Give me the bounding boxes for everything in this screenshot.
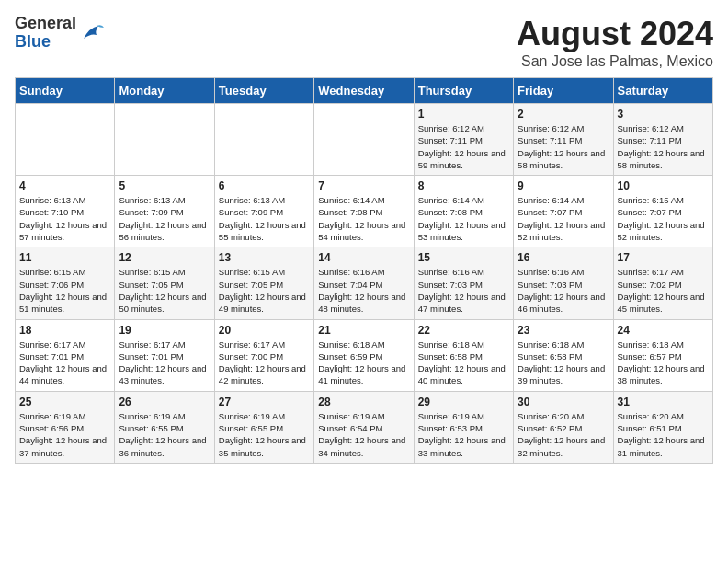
day-number: 28 [318,396,409,408]
logo-text: General Blue [15,15,76,52]
day-number: 3 [618,108,709,121]
calendar-cell: 10Sunrise: 6:15 AM Sunset: 7:07 PM Dayli… [613,176,712,247]
calendar-cell: 14Sunrise: 6:16 AM Sunset: 7:04 PM Dayli… [314,247,414,319]
calendar-cell: 22Sunrise: 6:18 AM Sunset: 6:58 PM Dayli… [414,319,513,391]
day-number: 13 [219,251,310,264]
header-row: SundayMondayTuesdayWednesdayThursdayFrid… [16,78,713,104]
cell-content: Sunrise: 6:12 AM Sunset: 7:11 PM Dayligh… [418,122,509,171]
cell-content: Sunrise: 6:12 AM Sunset: 7:11 PM Dayligh… [518,122,609,171]
cell-content: Sunrise: 6:14 AM Sunset: 7:08 PM Dayligh… [418,194,509,243]
calendar-cell: 5Sunrise: 6:13 AM Sunset: 7:09 PM Daylig… [115,176,214,247]
cell-content: Sunrise: 6:16 AM Sunset: 7:03 PM Dayligh… [418,266,509,315]
calendar-cell [16,104,115,176]
calendar-cell: 2Sunrise: 6:12 AM Sunset: 7:11 PM Daylig… [514,104,613,176]
calendar-cell: 12Sunrise: 6:15 AM Sunset: 7:05 PM Dayli… [115,247,214,319]
calendar-cell: 23Sunrise: 6:18 AM Sunset: 6:58 PM Dayli… [514,319,613,391]
cell-content: Sunrise: 6:13 AM Sunset: 7:10 PM Dayligh… [19,194,110,243]
cell-content: Sunrise: 6:19 AM Sunset: 6:54 PM Dayligh… [318,410,409,459]
cell-content: Sunrise: 6:17 AM Sunset: 7:00 PM Dayligh… [219,339,310,387]
header-day: Tuesday [214,78,313,104]
calendar-cell: 31Sunrise: 6:20 AM Sunset: 6:51 PM Dayli… [613,391,712,463]
day-number: 12 [119,251,210,264]
day-number: 20 [219,324,310,337]
calendar-cell [115,104,214,176]
day-number: 10 [618,179,709,192]
day-number: 27 [219,396,310,408]
calendar-cell: 8Sunrise: 6:14 AM Sunset: 7:08 PM Daylig… [414,176,513,247]
calendar-cell: 15Sunrise: 6:16 AM Sunset: 7:03 PM Dayli… [414,247,513,319]
calendar-cell: 3Sunrise: 6:12 AM Sunset: 7:11 PM Daylig… [613,104,712,176]
day-number: 9 [518,179,609,192]
day-number: 14 [318,251,409,264]
calendar-cell: 18Sunrise: 6:17 AM Sunset: 7:01 PM Dayli… [16,319,115,391]
cell-content: Sunrise: 6:20 AM Sunset: 6:51 PM Dayligh… [618,410,709,459]
day-number: 18 [19,324,110,337]
day-number: 6 [219,179,310,192]
cell-content: Sunrise: 6:19 AM Sunset: 6:55 PM Dayligh… [219,410,310,459]
day-number: 29 [418,396,509,408]
calendar-body: 1Sunrise: 6:12 AM Sunset: 7:11 PM Daylig… [16,104,713,464]
title-block: August 2024 San Jose las Palmas, Mexico [517,15,713,70]
cell-content: Sunrise: 6:18 AM Sunset: 6:58 PM Dayligh… [518,339,609,387]
header-day: Monday [115,78,214,104]
cell-content: Sunrise: 6:17 AM Sunset: 7:01 PM Dayligh… [19,339,110,387]
logo-blue: Blue [15,33,76,52]
calendar-cell: 9Sunrise: 6:14 AM Sunset: 7:07 PM Daylig… [514,176,613,247]
calendar-header: SundayMondayTuesdayWednesdayThursdayFrid… [16,78,713,104]
logo-general: General [15,15,76,33]
calendar-week-row: 1Sunrise: 6:12 AM Sunset: 7:11 PM Daylig… [16,104,713,176]
day-number: 2 [518,108,609,121]
day-number: 1 [418,108,509,121]
calendar-cell: 6Sunrise: 6:13 AM Sunset: 7:09 PM Daylig… [214,176,313,247]
calendar-cell: 27Sunrise: 6:19 AM Sunset: 6:55 PM Dayli… [214,391,313,463]
cell-content: Sunrise: 6:15 AM Sunset: 7:05 PM Dayligh… [119,266,210,315]
calendar-cell: 16Sunrise: 6:16 AM Sunset: 7:03 PM Dayli… [514,247,613,319]
cell-content: Sunrise: 6:18 AM Sunset: 6:57 PM Dayligh… [618,339,709,387]
cell-content: Sunrise: 6:13 AM Sunset: 7:09 PM Dayligh… [119,194,210,243]
logo: General Blue [15,15,106,52]
cell-content: Sunrise: 6:16 AM Sunset: 7:04 PM Dayligh… [318,266,409,315]
day-number: 26 [119,396,210,408]
calendar-cell: 7Sunrise: 6:14 AM Sunset: 7:08 PM Daylig… [314,176,414,247]
cell-content: Sunrise: 6:17 AM Sunset: 7:01 PM Dayligh… [119,339,210,387]
calendar-cell: 25Sunrise: 6:19 AM Sunset: 6:56 PM Dayli… [16,391,115,463]
calendar-cell: 21Sunrise: 6:18 AM Sunset: 6:59 PM Dayli… [314,319,414,391]
cell-content: Sunrise: 6:18 AM Sunset: 6:59 PM Dayligh… [318,339,409,387]
page-header: General Blue August 2024 San Jose las Pa… [15,15,713,70]
cell-content: Sunrise: 6:15 AM Sunset: 7:05 PM Dayligh… [219,266,310,315]
cell-content: Sunrise: 6:20 AM Sunset: 6:52 PM Dayligh… [518,410,609,459]
cell-content: Sunrise: 6:17 AM Sunset: 7:02 PM Dayligh… [618,266,709,315]
calendar-week-row: 11Sunrise: 6:15 AM Sunset: 7:06 PM Dayli… [16,247,713,319]
day-number: 31 [618,396,709,408]
calendar-cell: 17Sunrise: 6:17 AM Sunset: 7:02 PM Dayli… [613,247,712,319]
calendar-cell: 1Sunrise: 6:12 AM Sunset: 7:11 PM Daylig… [414,104,513,176]
cell-content: Sunrise: 6:14 AM Sunset: 7:07 PM Dayligh… [518,194,609,243]
logo-bird-icon [80,20,106,46]
calendar-cell: 19Sunrise: 6:17 AM Sunset: 7:01 PM Dayli… [115,319,214,391]
day-number: 16 [518,251,609,264]
day-number: 23 [518,324,609,337]
main-title: August 2024 [517,15,713,53]
day-number: 25 [19,396,110,408]
header-day: Thursday [414,78,513,104]
cell-content: Sunrise: 6:15 AM Sunset: 7:07 PM Dayligh… [618,194,709,243]
cell-content: Sunrise: 6:13 AM Sunset: 7:09 PM Dayligh… [219,194,310,243]
header-day: Friday [514,78,613,104]
day-number: 5 [119,179,210,192]
header-day: Sunday [16,78,115,104]
day-number: 17 [618,251,709,264]
cell-content: Sunrise: 6:19 AM Sunset: 6:56 PM Dayligh… [19,410,110,459]
cell-content: Sunrise: 6:18 AM Sunset: 6:58 PM Dayligh… [418,339,509,387]
day-number: 7 [318,179,409,192]
header-day: Wednesday [314,78,414,104]
calendar-week-row: 18Sunrise: 6:17 AM Sunset: 7:01 PM Dayli… [16,319,713,391]
calendar-cell: 4Sunrise: 6:13 AM Sunset: 7:10 PM Daylig… [16,176,115,247]
calendar-cell [314,104,414,176]
day-number: 30 [518,396,609,408]
calendar-table: SundayMondayTuesdayWednesdayThursdayFrid… [15,77,713,464]
calendar-cell: 26Sunrise: 6:19 AM Sunset: 6:55 PM Dayli… [115,391,214,463]
day-number: 21 [318,324,409,337]
day-number: 11 [19,251,110,264]
calendar-week-row: 4Sunrise: 6:13 AM Sunset: 7:10 PM Daylig… [16,176,713,247]
calendar-week-row: 25Sunrise: 6:19 AM Sunset: 6:56 PM Dayli… [16,391,713,463]
